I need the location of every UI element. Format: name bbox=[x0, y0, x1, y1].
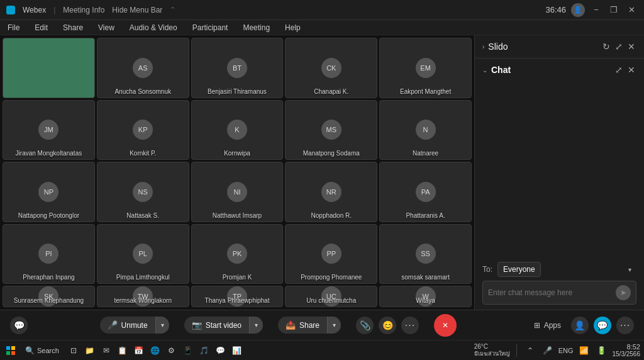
chat-recipient-select[interactable]: Everyone bbox=[497, 262, 541, 277]
chat-input[interactable] bbox=[488, 288, 612, 297]
attachment-btn[interactable]: 📎 bbox=[356, 317, 374, 334]
video-cell[interactable]: SSsomsak saramart bbox=[379, 224, 472, 284]
video-cell[interactable]: ASAnucha Sonsomnuk bbox=[97, 38, 189, 98]
video-cell[interactable]: NSNattasak S. bbox=[97, 162, 189, 222]
taskview-btn[interactable]: ⊡ bbox=[67, 344, 80, 357]
right-panel: › Slido ↻ ⤢ ✕ ⌄ Chat ⤢ ✕ bbox=[474, 35, 644, 310]
video-cell-name: Jiravan Mongkoltanatas bbox=[3, 150, 94, 157]
video-cell[interactable]: JMJiravan Mongkoltanatas bbox=[3, 100, 95, 160]
video-cell[interactable]: CKChanapai K. bbox=[285, 38, 377, 98]
mail-btn[interactable]: ✉ bbox=[99, 344, 113, 357]
start-video-dropdown-btn[interactable]: ▾ bbox=[249, 317, 263, 334]
lang-indicator: ENG bbox=[558, 347, 574, 354]
menu-participant[interactable]: Participant bbox=[190, 22, 231, 33]
chat-messages bbox=[482, 81, 636, 262]
video-cell-name: Pimpa Limthongkul bbox=[97, 274, 189, 281]
slido-refresh-btn[interactable]: ↻ bbox=[601, 40, 611, 53]
close-btn[interactable]: ✕ bbox=[625, 4, 638, 16]
titlebar-right: 36:46 👤 − ❐ ✕ bbox=[545, 3, 638, 17]
participants-btn[interactable]: 👤 bbox=[571, 317, 589, 334]
menu-edit[interactable]: Edit bbox=[32, 22, 50, 33]
chat-popout-btn[interactable]: ⤢ bbox=[614, 64, 624, 76]
start-video-main-btn[interactable]: 📷 Start video bbox=[184, 317, 249, 334]
chat-send-button[interactable]: ➤ bbox=[616, 285, 631, 300]
restore-btn[interactable]: ❐ bbox=[608, 4, 620, 16]
weather-desc: มีเมฆส่วนใหญ่ bbox=[474, 351, 510, 358]
video-cell[interactable]: NNatnaree bbox=[379, 100, 472, 160]
app6-btn[interactable]: 🎵 bbox=[197, 344, 211, 357]
start-menu-btn[interactable] bbox=[4, 344, 18, 357]
chat-toggle-btn[interactable]: 💬 bbox=[10, 317, 28, 334]
video-cell-name: Promjan K bbox=[192, 274, 283, 281]
chat-panel-title: Chat bbox=[491, 65, 511, 75]
video-cell[interactable]: PPPrompong Phomanee bbox=[285, 224, 377, 284]
video-cell[interactable]: PKPromjan K bbox=[191, 224, 284, 284]
end-call-btn[interactable]: ✕ bbox=[434, 314, 457, 337]
video-cell[interactable] bbox=[3, 38, 95, 98]
menu-view[interactable]: View bbox=[96, 22, 117, 33]
meeting-info-btn[interactable]: Meeting Info bbox=[63, 6, 104, 14]
chat-section: ⌄ Chat ⤢ ✕ To: Everyone ▾ bbox=[475, 59, 644, 310]
explorer-btn[interactable]: 📁 bbox=[83, 344, 97, 357]
more-options-btn[interactable]: ··· bbox=[401, 317, 419, 334]
video-cell[interactable]: NINatthawut Imsarp bbox=[191, 162, 284, 222]
chat-to-row: To: Everyone ▾ bbox=[482, 262, 636, 277]
menu-audio-video[interactable]: Audio & Video bbox=[127, 22, 180, 33]
unmute-dropdown-btn[interactable]: ▾ bbox=[155, 317, 169, 334]
search-btn[interactable]: 🔍 Search bbox=[20, 344, 64, 357]
app3-btn[interactable]: 🌐 bbox=[148, 344, 162, 357]
video-cell[interactable]: UCUru chuenmutcha bbox=[285, 286, 377, 307]
app4-btn[interactable]: ⚙ bbox=[165, 344, 179, 357]
video-cell-name: Nattapong Pootonglor bbox=[3, 212, 94, 219]
video-cell[interactable]: PAPhattaranis A. bbox=[379, 162, 472, 222]
weather-widget: 26°C มีเมฆส่วนใหญ่ bbox=[474, 342, 510, 358]
video-off-icon: 📷 bbox=[192, 320, 202, 330]
app5-btn[interactable]: 📱 bbox=[181, 344, 195, 357]
chat-close-btn[interactable]: ✕ bbox=[626, 64, 636, 76]
video-cell[interactable]: KKornwipa bbox=[191, 100, 284, 160]
menu-meeting[interactable]: Meeting bbox=[240, 22, 272, 33]
unmute-main-btn[interactable]: 🎤 Unmute bbox=[100, 317, 155, 334]
video-cell[interactable]: NRNopphadon R. bbox=[285, 162, 377, 222]
app2-btn[interactable]: 📅 bbox=[132, 344, 146, 357]
chat-panel-btn[interactable]: 💬 bbox=[594, 317, 611, 334]
user-avatar[interactable]: 👤 bbox=[571, 3, 585, 17]
titlebar-left: Webex | Meeting Info Hide Menu Bar ⌃ bbox=[6, 6, 175, 14]
video-cell[interactable]: SKSunrasern Khephandung bbox=[3, 286, 95, 307]
slido-close-btn[interactable]: ✕ bbox=[626, 40, 636, 53]
start-video-btn-group: 📷 Start video ▾ bbox=[184, 317, 263, 334]
more-panel-btn[interactable]: ··· bbox=[616, 317, 634, 334]
video-cell[interactable]: TPThanya Phraewphiphat bbox=[191, 286, 284, 307]
video-cell[interactable]: EMEakpont Mangthet bbox=[379, 38, 472, 98]
video-cell-name: Natnaree bbox=[380, 150, 471, 157]
app8-btn[interactable]: 📊 bbox=[230, 344, 244, 357]
toolbar: 💬 🎤 Unmute ▾ 📷 Start video ▾ 📤 Share ▾ bbox=[0, 310, 644, 340]
chevron-up-btn[interactable]: ⌃ bbox=[523, 344, 537, 357]
unmute-label: Unmute bbox=[121, 321, 148, 330]
title-bar: Webex | Meeting Info Hide Menu Bar ⌃ 36:… bbox=[0, 0, 644, 20]
share-main-btn[interactable]: 📤 Share bbox=[278, 317, 327, 334]
slido-popout-btn[interactable]: ⤢ bbox=[614, 40, 624, 53]
video-cell-name: Manatpong Sodama bbox=[286, 150, 377, 157]
menu-share[interactable]: Share bbox=[60, 22, 86, 33]
menu-help[interactable]: Help bbox=[282, 22, 303, 33]
webex-icon bbox=[6, 6, 15, 14]
video-cell[interactable]: BTBenjasiri Thiramanus bbox=[191, 38, 284, 98]
emoji-btn[interactable]: 😊 bbox=[379, 317, 396, 334]
apps-btn[interactable]: ⊞ Apps bbox=[529, 318, 566, 332]
share-dropdown-btn[interactable]: ▾ bbox=[327, 317, 341, 334]
video-cell-name: Anucha Sonsomnuk bbox=[97, 88, 189, 95]
taskbar-left: 🔍 Search ⊡ 📁 ✉ 📋 📅 🌐 ⚙ 📱 🎵 💬 📊 bbox=[4, 344, 244, 357]
video-cell[interactable]: MSManatpong Sodama bbox=[285, 100, 377, 160]
hide-menu-btn[interactable]: Hide Menu Bar bbox=[112, 6, 162, 14]
app7-btn[interactable]: 💬 bbox=[214, 344, 228, 357]
menu-file[interactable]: File bbox=[5, 22, 22, 33]
video-cell[interactable]: TWtermsak Wonglakorn bbox=[97, 286, 189, 307]
video-cell[interactable]: NPNattapong Pootonglor bbox=[3, 162, 95, 222]
app1-btn[interactable]: 📋 bbox=[116, 344, 130, 357]
video-cell[interactable]: PIPheraphan Inpang bbox=[3, 224, 95, 284]
video-cell[interactable]: WWitaya bbox=[379, 286, 472, 307]
video-cell[interactable]: KPKornkit P. bbox=[97, 100, 189, 160]
minimize-btn[interactable]: − bbox=[590, 4, 602, 16]
video-cell[interactable]: PLPimpa Limthongkul bbox=[97, 224, 189, 284]
